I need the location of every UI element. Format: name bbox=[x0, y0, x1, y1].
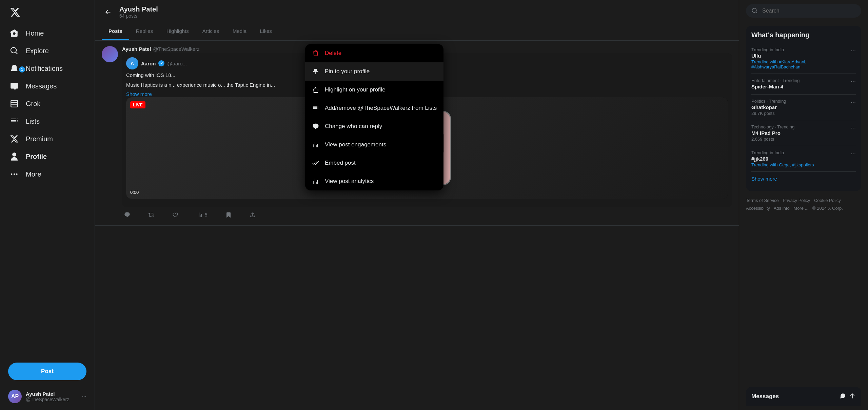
svg-point-5 bbox=[16, 173, 17, 175]
sidebar-item-lists[interactable]: Lists bbox=[4, 112, 91, 130]
analytics-icon bbox=[312, 178, 319, 185]
trend-meta: Technology · Trending bbox=[751, 124, 856, 129]
trend-more-button[interactable]: ··· bbox=[851, 150, 856, 157]
messages-panel-actions bbox=[840, 392, 856, 401]
sidebar-item-premium[interactable]: Premium bbox=[4, 130, 91, 148]
menu-item-engagements-label: View post engagements bbox=[325, 141, 386, 148]
main-content: Ayush Patel 64 posts Posts Replies Highl… bbox=[95, 0, 739, 410]
footer-accessibility[interactable]: Accessibility bbox=[746, 206, 770, 211]
left-sidebar: Home Explore 1 Notifications Messages bbox=[0, 0, 95, 410]
footer-cookie[interactable]: Cookie Policy bbox=[814, 198, 841, 203]
sidebar-item-label: Profile bbox=[26, 153, 47, 161]
menu-item-pin-label: Pin to your profile bbox=[325, 68, 370, 75]
sidebar-item-grok[interactable]: Grok bbox=[4, 95, 91, 112]
trend-more-button[interactable]: ··· bbox=[851, 124, 856, 131]
trend-more-button[interactable]: ··· bbox=[851, 78, 856, 85]
trend-extra: Trending with #KiaraAdvani, #AishwaryaRa… bbox=[751, 59, 856, 69]
menu-item-delete[interactable]: Delete bbox=[305, 44, 443, 62]
menu-item-highlight-label: Highlight on your profile bbox=[325, 86, 386, 93]
trend-item[interactable]: Trending in India #jjk260 Trending with … bbox=[751, 146, 856, 172]
whats-happening-title: What's happening bbox=[751, 31, 856, 39]
messages-panel: Messages bbox=[746, 387, 861, 406]
trend-item[interactable]: Technology · Trending M4 iPad Pro 2,669 … bbox=[751, 120, 856, 146]
logo[interactable] bbox=[4, 3, 91, 23]
sidebar-user[interactable]: AP Ayush Patel @TheSpaceWalkerz ··· bbox=[4, 386, 91, 407]
collapse-messages-icon[interactable] bbox=[849, 392, 856, 401]
menu-item-highlight[interactable]: Highlight on your profile bbox=[305, 81, 443, 99]
highlight-icon bbox=[312, 86, 319, 94]
menu-item-add-lists-label: Add/remove @TheSpaceWalkerz from Lists bbox=[325, 105, 437, 111]
menu-item-engagements[interactable]: View post engagements bbox=[305, 136, 443, 154]
menu-item-change-reply[interactable]: Change who can reply bbox=[305, 117, 443, 136]
sidebar-item-notifications[interactable]: 1 Notifications bbox=[4, 60, 91, 77]
menu-item-embed[interactable]: Embed post bbox=[305, 154, 443, 172]
trend-item[interactable]: Trending in India Ullu Trending with #Ki… bbox=[751, 43, 856, 74]
search-bar[interactable] bbox=[746, 4, 861, 18]
menu-item-add-lists[interactable]: Add/remove @TheSpaceWalkerz from Lists bbox=[305, 99, 443, 117]
menu-item-analytics-label: View post analytics bbox=[325, 178, 374, 185]
premium-icon bbox=[9, 134, 19, 144]
footer-links: Terms of Service Privacy Policy Cookie P… bbox=[746, 197, 861, 212]
footer-copyright: © 2024 X Corp. bbox=[812, 206, 843, 211]
sidebar-item-more[interactable]: More bbox=[4, 165, 91, 183]
avatar: AP bbox=[8, 390, 22, 403]
sidebar-item-profile[interactable]: Profile bbox=[4, 148, 91, 165]
sidebar-item-label: Grok bbox=[26, 100, 40, 108]
reply-icon bbox=[312, 123, 319, 130]
trend-count: 2,669 posts bbox=[751, 137, 856, 142]
footer-more[interactable]: More ... bbox=[793, 206, 808, 211]
notifications-badge: 1 bbox=[19, 66, 25, 73]
trend-meta: Trending in India bbox=[751, 47, 856, 52]
menu-item-analytics[interactable]: View post analytics bbox=[305, 172, 443, 190]
grok-icon bbox=[9, 99, 19, 108]
footer-privacy[interactable]: Privacy Policy bbox=[783, 198, 810, 203]
embed-icon bbox=[312, 159, 319, 167]
svg-point-3 bbox=[11, 173, 12, 175]
messages-panel-title: Messages bbox=[751, 393, 779, 400]
show-more-link[interactable]: Show more bbox=[751, 172, 856, 186]
home-icon bbox=[9, 28, 19, 38]
sidebar-item-label: Home bbox=[26, 29, 44, 37]
footer-ads[interactable]: Ads info bbox=[774, 206, 790, 211]
menu-item-embed-label: Embed post bbox=[325, 160, 356, 166]
sidebar-item-label: Explore bbox=[26, 47, 49, 55]
user-more-icon[interactable]: ··· bbox=[82, 393, 86, 399]
profile-icon bbox=[9, 152, 19, 161]
right-sidebar: What's happening Trending in India Ullu … bbox=[739, 0, 868, 410]
trend-meta: Politics · Trending bbox=[751, 99, 856, 104]
trend-name: Ghatkopar bbox=[751, 104, 856, 110]
sidebar-item-label: Premium bbox=[26, 135, 53, 143]
user-info: Ayush Patel @TheSpaceWalkerz bbox=[26, 391, 78, 402]
footer-terms[interactable]: Terms of Service bbox=[746, 198, 779, 203]
user-name: Ayush Patel bbox=[26, 391, 78, 397]
trend-item[interactable]: Politics · Trending Ghatkopar 29.7K post… bbox=[751, 95, 856, 120]
context-menu-overlay[interactable]: Delete Pin to your profile Highlight on … bbox=[95, 0, 739, 410]
svg-rect-0 bbox=[11, 100, 18, 107]
menu-item-delete-label: Delete bbox=[325, 50, 341, 57]
trend-more-button[interactable]: ··· bbox=[851, 47, 856, 54]
context-menu: Delete Pin to your profile Highlight on … bbox=[305, 44, 443, 190]
post-button[interactable]: Post bbox=[8, 363, 86, 380]
trend-extra: Trending with Gege, #jjkspoilers bbox=[751, 162, 856, 167]
sidebar-item-home[interactable]: Home bbox=[4, 24, 91, 42]
menu-item-pin[interactable]: Pin to your profile bbox=[305, 62, 443, 81]
pin-icon bbox=[312, 68, 319, 75]
sidebar-item-messages[interactable]: Messages bbox=[4, 77, 91, 95]
trend-more-button[interactable]: ··· bbox=[851, 99, 856, 106]
lists-icon bbox=[9, 117, 19, 126]
menu-item-change-reply-label: Change who can reply bbox=[325, 123, 382, 130]
trend-count: 29.7K posts bbox=[751, 111, 856, 116]
trend-item[interactable]: Entertainment · Trending Spider-Man 4 ··… bbox=[751, 74, 856, 95]
messages-icon bbox=[9, 81, 19, 91]
trend-name: #jjk260 bbox=[751, 156, 856, 162]
explore-icon bbox=[9, 46, 19, 56]
nav: Home Explore 1 Notifications Messages bbox=[4, 24, 91, 357]
more-icon bbox=[9, 169, 19, 179]
user-handle: @TheSpaceWalkerz bbox=[26, 397, 78, 402]
sidebar-item-label: Notifications bbox=[26, 65, 63, 73]
compose-message-icon[interactable] bbox=[840, 392, 846, 401]
sidebar-item-label: Lists bbox=[26, 118, 40, 125]
search-input[interactable] bbox=[762, 8, 856, 14]
sidebar-item-explore[interactable]: Explore bbox=[4, 42, 91, 60]
trend-name: M4 iPad Pro bbox=[751, 130, 856, 136]
